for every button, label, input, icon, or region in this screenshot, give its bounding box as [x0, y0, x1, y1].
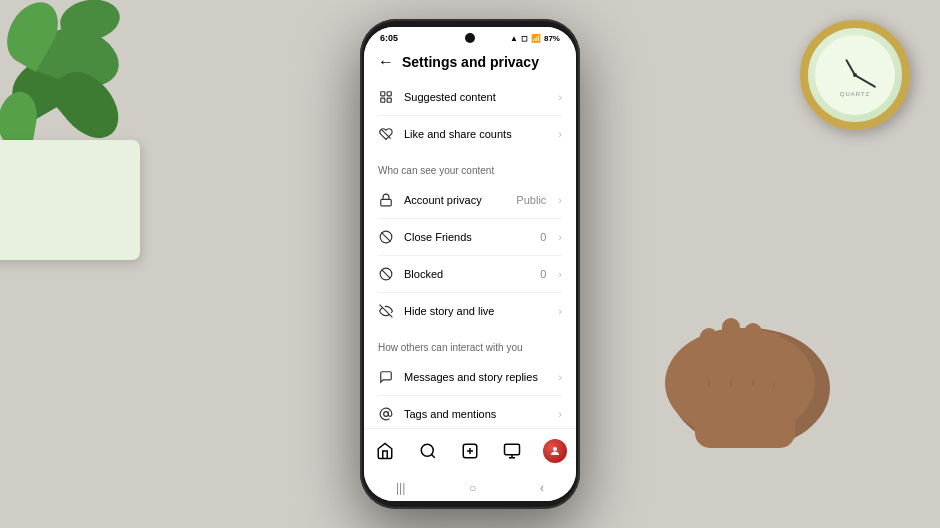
close-friends-value: 0: [540, 231, 546, 243]
svg-rect-14: [381, 98, 385, 102]
chevron-icon: ›: [558, 305, 562, 317]
tags-icon: [378, 406, 394, 422]
svg-rect-15: [387, 98, 391, 102]
tags-mentions-label: Tags and mentions: [404, 408, 548, 420]
chevron-icon: ›: [558, 194, 562, 206]
svg-rect-12: [381, 92, 385, 96]
svg-rect-13: [387, 92, 391, 96]
chevron-icon: ›: [558, 91, 562, 103]
clock-decoration-right: QUARTZ: [800, 20, 920, 140]
svg-rect-17: [381, 199, 392, 205]
suggested-content-label: Suggested content: [404, 91, 548, 103]
like-icon: [378, 126, 394, 142]
phone-screen: 6:05 ▲ ◻ 📶 87% ← Settings and privacy: [364, 27, 576, 501]
nav-search[interactable]: [412, 437, 444, 465]
plant-decoration-left: [0, 0, 200, 260]
who-can-see-section: Who can see your content: [364, 152, 576, 182]
header: ← Settings and privacy: [364, 45, 576, 79]
profile-avatar: [543, 439, 567, 463]
svg-rect-31: [505, 444, 520, 455]
blocked-item[interactable]: Blocked 0 ›: [364, 256, 576, 292]
close-friends-item[interactable]: Close Friends 0 ›: [364, 219, 576, 255]
account-privacy-item[interactable]: Account privacy Public ›: [364, 182, 576, 218]
svg-point-26: [421, 444, 433, 456]
svg-line-19: [381, 232, 390, 241]
section-who-title: Who can see your content: [378, 165, 494, 176]
chevron-icon: ›: [558, 231, 562, 243]
hide-story-label: Hide story and live: [404, 305, 548, 317]
android-back[interactable]: ‹: [540, 481, 544, 495]
bottom-navigation: [364, 428, 576, 475]
messages-story-replies-item[interactable]: Messages and story replies ›: [364, 359, 576, 395]
like-share-counts-label: Like and share counts: [404, 128, 548, 140]
like-share-counts-item[interactable]: Like and share counts ›: [364, 116, 576, 152]
messages-icon: [378, 369, 394, 385]
status-icons: ▲ ◻ 📶 87%: [510, 34, 560, 43]
nav-add[interactable]: [454, 437, 486, 465]
svg-point-34: [553, 447, 557, 451]
svg-line-21: [382, 270, 390, 278]
settings-content[interactable]: Suggested content › Like and share count…: [364, 79, 576, 428]
messages-story-replies-label: Messages and story replies: [404, 371, 548, 383]
how-interact-section: How others can interact with you: [364, 329, 576, 359]
tags-mentions-item[interactable]: Tags and mentions ›: [364, 396, 576, 428]
blocked-value: 0: [540, 268, 546, 280]
back-button[interactable]: ←: [378, 53, 394, 71]
nav-activity[interactable]: [496, 437, 528, 465]
blocked-label: Blocked: [404, 268, 530, 280]
account-privacy-value: Public: [516, 194, 546, 206]
nav-profile[interactable]: [539, 437, 571, 465]
hide-story-live-item[interactable]: Hide story and live ›: [364, 293, 576, 329]
hand-pointing: [640, 288, 840, 468]
svg-point-7: [669, 376, 701, 400]
android-recent[interactable]: |||: [396, 481, 405, 495]
chevron-icon: ›: [558, 128, 562, 140]
close-friends-icon: [378, 229, 394, 245]
suggested-icon: [378, 89, 394, 105]
blocked-icon: [378, 266, 394, 282]
suggested-content-item[interactable]: Suggested content ›: [364, 79, 576, 115]
section-how-title: How others can interact with you: [378, 342, 523, 353]
close-friends-label: Close Friends: [404, 231, 530, 243]
svg-line-27: [431, 454, 434, 457]
chevron-icon: ›: [558, 371, 562, 383]
camera-notch: [465, 33, 475, 43]
android-home[interactable]: ○: [469, 481, 476, 495]
phone-device: 6:05 ▲ ◻ 📶 87% ← Settings and privacy: [360, 19, 580, 509]
status-time: 6:05: [380, 33, 398, 43]
chevron-icon: ›: [558, 268, 562, 280]
lock-icon: [378, 192, 394, 208]
page-title: Settings and privacy: [402, 54, 539, 70]
chevron-icon: ›: [558, 408, 562, 420]
hide-story-icon: [378, 303, 394, 319]
nav-home[interactable]: [369, 437, 401, 465]
android-navigation: ||| ○ ‹: [364, 475, 576, 501]
account-privacy-label: Account privacy: [404, 194, 506, 206]
svg-rect-6: [695, 378, 795, 448]
svg-point-23: [384, 412, 389, 417]
